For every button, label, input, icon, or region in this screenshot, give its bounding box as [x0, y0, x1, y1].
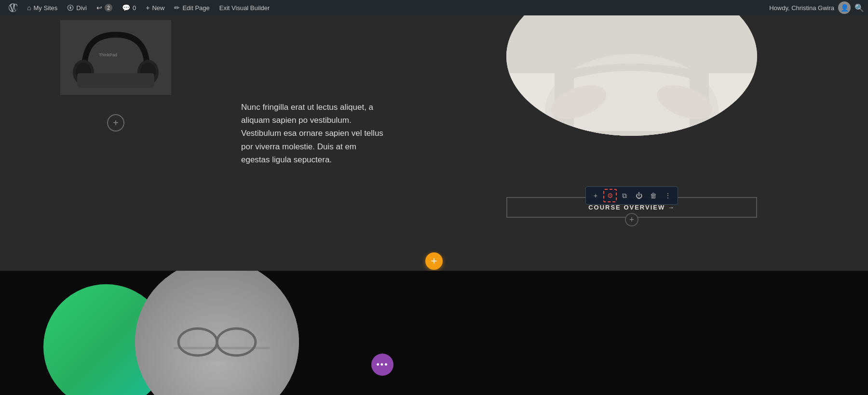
wordpress-icon — [9, 3, 17, 12]
edit-page-label: Edit Page — [182, 4, 209, 12]
howdy-label: Howdy, Christina Gwira — [769, 4, 834, 12]
user-avatar[interactable]: 👤 — [838, 1, 851, 14]
edit-icon: ✏ — [174, 4, 180, 12]
edit-page-button[interactable]: ✏ Edit Page — [169, 0, 214, 15]
new-label: New — [152, 4, 164, 12]
purple-dots-button[interactable]: ••• — [371, 354, 393, 376]
new-icon: + — [146, 4, 149, 12]
right-column: + ⚙ ⧉ ⏻ 🗑 ⋮ COURSE OVERVIEW → + — [395, 15, 868, 251]
toolbar-delete-button[interactable]: 🗑 — [647, 189, 660, 202]
divi-label: Divi — [76, 4, 87, 12]
my-sites-label: My Sites — [33, 4, 57, 12]
page-content: ThinkPad + Nunc fringilla erat ut lectus… — [0, 15, 868, 395]
toolbar-settings-button[interactable]: ⚙ — [603, 189, 617, 202]
search-icon[interactable]: 🔍 — [854, 3, 864, 13]
gray-circle-image — [135, 271, 299, 395]
undo-count: 2 — [105, 4, 112, 12]
svg-rect-14 — [135, 271, 299, 395]
headphones-visual: ThinkPad — [60, 20, 171, 95]
module-toolbar: + ⚙ ⧉ ⏻ 🗑 ⋮ — [585, 186, 678, 205]
exit-builder-label: Exit Visual Builder — [219, 4, 270, 12]
glasses-image-svg — [135, 271, 299, 395]
toolbar-more-button[interactable]: ⋮ — [661, 189, 675, 202]
person-image-svg — [506, 15, 757, 136]
admin-bar: ⌂ My Sites Divi ↩ 2 💬 0 + New ✏ Edit Pag… — [0, 0, 868, 15]
toolbar-copy-button[interactable]: ⧉ — [618, 189, 631, 202]
divi-icon — [67, 4, 74, 11]
course-button-container: + ⚙ ⧉ ⏻ 🗑 ⋮ COURSE OVERVIEW → + — [506, 197, 757, 218]
upper-section: ThinkPad + Nunc fringilla erat ut lectus… — [0, 15, 868, 251]
headphones-svg: ThinkPad — [60, 20, 171, 95]
new-button[interactable]: + New — [141, 0, 169, 15]
my-sites-button[interactable]: ⌂ My Sites — [22, 0, 62, 15]
add-below-button[interactable]: + — [625, 213, 638, 226]
toolbar-add-button[interactable]: + — [589, 189, 602, 202]
exit-builder-button[interactable]: Exit Visual Builder — [215, 0, 275, 15]
comments-button[interactable]: 💬 0 — [117, 0, 141, 15]
comments-icon: 💬 — [122, 4, 130, 12]
toolbar-disable-button[interactable]: ⏻ — [632, 189, 646, 202]
add-section-button[interactable]: + — [425, 252, 443, 270]
my-sites-icon: ⌂ — [27, 4, 31, 12]
svg-point-5 — [140, 63, 156, 82]
plus-icon: + — [113, 118, 119, 129]
undo-button[interactable]: ↩ 2 — [92, 0, 117, 15]
left-column: ThinkPad + — [0, 15, 231, 251]
svg-rect-6 — [89, 83, 128, 86]
svg-point-3 — [76, 63, 91, 82]
wp-logo-button[interactable] — [4, 0, 22, 15]
orange-plus-icon: + — [431, 255, 437, 267]
admin-bar-right: Howdy, Christina Gwira 👤 🔍 — [769, 1, 864, 14]
section-divider: + — [0, 251, 868, 271]
lower-section: ••• — [0, 271, 868, 395]
circle-image — [506, 15, 757, 136]
undo-icon: ↩ — [96, 4, 102, 12]
divi-button[interactable]: Divi — [62, 0, 92, 15]
course-overview-label: COURSE OVERVIEW → — [588, 204, 675, 211]
body-text: Nunc fringilla erat ut lectus aliquet, a… — [241, 101, 386, 166]
dots-icon: ••• — [377, 360, 389, 370]
comments-count: 0 — [133, 4, 136, 12]
headphones-image: ThinkPad — [60, 20, 171, 95]
svg-text:ThinkPad: ThinkPad — [99, 53, 117, 57]
middle-column: Nunc fringilla erat ut lectus aliquet, a… — [231, 15, 395, 251]
add-content-button[interactable]: + — [107, 114, 124, 132]
svg-rect-1 — [60, 20, 171, 95]
